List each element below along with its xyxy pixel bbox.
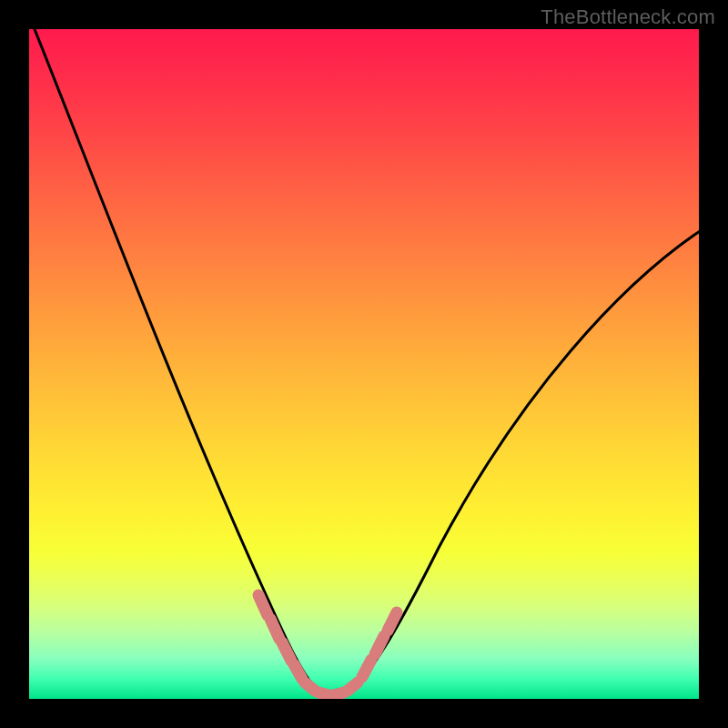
marker-right-3 xyxy=(388,612,397,631)
marker-left-1 xyxy=(258,595,268,615)
marker-bottom-4 xyxy=(348,682,358,691)
bottleneck-curve xyxy=(31,29,699,697)
marker-bottom-1 xyxy=(305,682,315,691)
marker-left-3 xyxy=(282,642,291,661)
curve-layer xyxy=(29,29,699,699)
chart-frame: TheBottleneck.com xyxy=(0,0,728,728)
marker-right-1 xyxy=(362,660,371,677)
plot-area xyxy=(29,29,699,699)
watermark-text: TheBottleneck.com xyxy=(541,5,715,29)
marker-left-2 xyxy=(270,619,279,639)
marker-group xyxy=(258,595,397,695)
marker-left-4 xyxy=(294,664,302,679)
marker-right-2 xyxy=(375,636,384,654)
